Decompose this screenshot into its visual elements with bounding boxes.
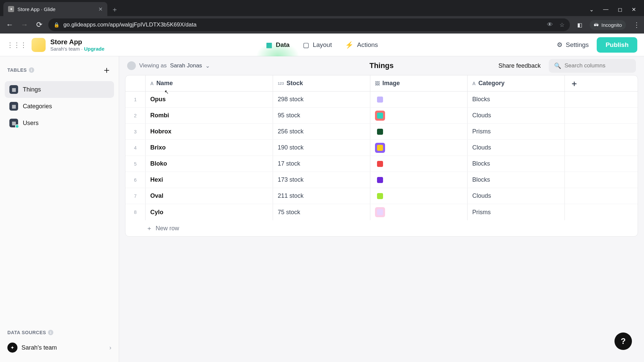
column-header-image[interactable]: 🖼Image <box>370 75 468 91</box>
cell-image[interactable] <box>370 140 468 156</box>
cell-image[interactable] <box>370 172 468 188</box>
sidebar-table-item[interactable]: ▦Users <box>5 115 114 131</box>
nav-tab-data[interactable]: ▦ Data <box>266 34 289 56</box>
nav-tab-layout[interactable]: ▢ Layout <box>303 34 332 56</box>
cell-category[interactable]: Prisms <box>468 124 565 139</box>
column-header-stock[interactable]: 123Stock <box>273 75 370 91</box>
thumbnail <box>375 191 385 201</box>
data-grid: AName 123Stock 🖼Image ACategory ＋ 1 Opus… <box>125 75 638 237</box>
thumbnail <box>375 111 385 121</box>
cell-stock[interactable]: 95 stock <box>273 108 370 123</box>
cell-name[interactable]: Opus <box>146 92 273 107</box>
maximize-icon[interactable]: ◻ <box>618 6 622 13</box>
table-row[interactable]: 2 Rombi 95 stock Clouds <box>125 108 638 124</box>
table-row[interactable]: 4 Brixo 190 stock Clouds <box>125 140 638 156</box>
row-number: 4 <box>125 140 146 156</box>
cell-category[interactable]: Clouds <box>468 108 565 123</box>
data-sources-header: DATA SOURCES i <box>5 330 114 339</box>
close-window-icon[interactable]: ✕ <box>632 6 636 13</box>
url-text: go.glideapps.com/app/walgjFpIVLDTX3b5K69… <box>63 21 197 28</box>
new-tab-button[interactable]: ＋ <box>107 5 122 16</box>
info-icon[interactable]: i <box>29 67 34 73</box>
incognito-icon: 🕶 <box>594 22 599 28</box>
data-source-item[interactable]: ✦ Sarah's team › <box>5 339 114 356</box>
cell-image[interactable] <box>370 204 468 220</box>
address-bar[interactable]: 🔒 go.glideapps.com/app/walgjFpIVLDTX3b5K… <box>48 18 570 31</box>
browser-menu-icon[interactable]: ⋮ <box>633 21 640 29</box>
table-row[interactable]: 7 Oval 211 stock Clouds <box>125 188 638 204</box>
number-type-icon: 123 <box>278 81 284 85</box>
cell-category[interactable]: Blocks <box>468 156 565 172</box>
cell-stock[interactable]: 173 stock <box>273 172 370 188</box>
table-title: Things <box>369 61 393 70</box>
share-feedback-link[interactable]: Share feedback <box>498 62 541 69</box>
no-tracking-icon[interactable]: 👁 <box>547 21 553 28</box>
incognito-badge[interactable]: 🕶 Incognito <box>590 20 626 30</box>
browser-tab[interactable]: ✦ Store App · Glide ✕ <box>3 2 107 16</box>
browser-tab-strip: ✦ Store App · Glide ✕ ＋ ⌄ ― ◻ ✕ <box>0 0 644 16</box>
cell-category[interactable]: Clouds <box>468 140 565 156</box>
cell-name[interactable]: Oval <box>146 188 273 204</box>
cell-category[interactable]: Clouds <box>468 188 565 204</box>
new-row-button[interactable]: ＋ New row <box>125 220 638 236</box>
cell-name[interactable]: Brixo <box>146 140 273 156</box>
publish-button[interactable]: Publish <box>597 37 637 53</box>
add-column-button[interactable]: ＋ <box>565 75 584 91</box>
upgrade-link[interactable]: Upgrade <box>84 46 104 52</box>
cell-category[interactable]: Blocks <box>468 172 565 188</box>
sidebar-table-item[interactable]: ▦Things <box>5 81 114 98</box>
cell-image[interactable] <box>370 188 468 204</box>
forward-button[interactable]: → <box>19 20 30 29</box>
cell-name[interactable]: Hobrox <box>146 124 273 139</box>
app-logo[interactable] <box>32 38 46 52</box>
viewing-as-selector[interactable]: Viewing as Sarah Jonas ⌄ <box>127 61 210 70</box>
cell-image[interactable] <box>370 108 468 123</box>
thumbnail <box>375 127 385 137</box>
settings-label: Settings <box>566 41 589 49</box>
cell-image[interactable] <box>370 124 468 139</box>
table-row[interactable]: 3 Hobrox 256 stock Prisms <box>125 124 638 140</box>
table-row[interactable]: 8 Cylo 75 stock Prisms <box>125 204 638 220</box>
bolt-icon: ⚡ <box>345 41 354 49</box>
cell-stock[interactable]: 211 stock <box>273 188 370 204</box>
table-icon: ▦ <box>9 85 18 94</box>
cell-category[interactable]: Prisms <box>468 204 565 220</box>
search-columns-input[interactable] <box>565 62 636 69</box>
back-button[interactable]: ← <box>4 20 15 29</box>
settings-button[interactable]: ⚙ Settings <box>557 41 589 49</box>
cell-name[interactable]: Bloko <box>146 156 273 172</box>
add-table-button[interactable]: ＋ <box>102 64 111 76</box>
cell-name[interactable]: Cylo <box>146 204 273 220</box>
table-row[interactable]: 6 Hexi 173 stock Blocks <box>125 172 638 188</box>
sidebar-table-item[interactable]: ▦Categories <box>5 98 114 115</box>
cell-stock[interactable]: 190 stock <box>273 140 370 156</box>
bookmark-icon[interactable]: ☆ <box>559 21 565 28</box>
cell-stock[interactable]: 298 stock <box>273 92 370 107</box>
table-row[interactable]: 1 Opus 298 stock Blocks <box>125 92 638 108</box>
table-row[interactable]: 5 Bloko 17 stock Blocks <box>125 156 638 172</box>
minimize-icon[interactable]: ― <box>603 6 608 13</box>
reload-button[interactable]: ⟳ <box>34 20 45 29</box>
column-header-category[interactable]: ACategory <box>468 75 565 91</box>
tab-search-icon[interactable]: ⌄ <box>589 6 594 13</box>
info-icon[interactable]: i <box>48 330 53 335</box>
cell-image[interactable] <box>370 92 468 107</box>
viewing-as-prefix: Viewing as <box>139 62 167 69</box>
app-switcher-icon[interactable]: ⋮⋮⋮ <box>7 41 27 49</box>
cell-name[interactable]: Hexi <box>146 172 273 188</box>
row-number: 8 <box>125 204 146 220</box>
search-columns-field[interactable]: 🔍 <box>549 59 636 73</box>
tab-close-icon[interactable]: ✕ <box>98 6 103 12</box>
help-button[interactable]: ? <box>614 333 632 350</box>
side-panel-icon[interactable]: ◧ <box>577 22 582 28</box>
cell-stock[interactable]: 256 stock <box>273 124 370 139</box>
cell-name[interactable]: Rombi <box>146 108 273 123</box>
cell-stock[interactable]: 17 stock <box>273 156 370 172</box>
thumbnail <box>375 95 385 105</box>
cell-stock[interactable]: 75 stock <box>273 204 370 220</box>
column-header-name[interactable]: AName <box>146 75 273 91</box>
row-number: 7 <box>125 188 146 204</box>
cell-category[interactable]: Blocks <box>468 92 565 107</box>
nav-tab-actions[interactable]: ⚡ Actions <box>345 34 378 56</box>
cell-image[interactable] <box>370 156 468 172</box>
